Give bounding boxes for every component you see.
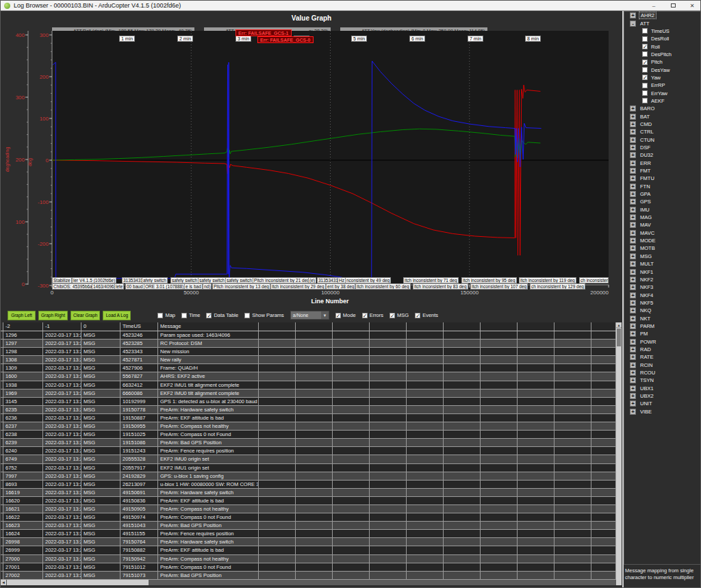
table-row[interactable]: 67522022-03-17 13:2...MSG20557917EKF2 IM…	[1, 464, 616, 472]
table-row[interactable]: 269982022-03-17 13:2...MSG79150764PreArm…	[1, 538, 616, 546]
checked-checkbox-icon[interactable]: ✓	[206, 313, 212, 318]
tree-field-pitch[interactable]: ✓Pitch	[624, 58, 701, 66]
tree-node-label[interactable]: ERR	[639, 160, 652, 166]
unchecked-checkbox-icon[interactable]	[642, 36, 648, 42]
collapse-icon[interactable]: -	[630, 21, 636, 27]
tree-node-label[interactable]: RCOU	[639, 370, 657, 376]
checkbox-errors[interactable]: ✓Errors	[362, 312, 383, 318]
tree-node-label[interactable]: MOTB	[639, 245, 657, 251]
tree-field-yaw[interactable]: ✓Yaw	[624, 74, 701, 81]
expand-icon[interactable]: +	[630, 105, 636, 112]
tree-node-label[interactable]: DU32	[639, 152, 654, 158]
table-row[interactable]: 12982022-03-17 13:2...MSG4523343New miss…	[1, 348, 616, 356]
tree-node-label[interactable]: NKF3	[639, 284, 654, 290]
tree-field-label[interactable]: Pitch	[650, 59, 664, 65]
chevron-down-icon[interactable]: ▼	[321, 311, 329, 319]
unchecked-checkbox-icon[interactable]	[642, 28, 648, 34]
checked-checkbox-icon[interactable]: ✓	[335, 313, 341, 318]
table-row[interactable]: 19382022-03-17 13:2...MSG6632412EKF2 IMU…	[1, 381, 616, 389]
graph-left-button[interactable]: Graph Left	[8, 311, 36, 320]
table-row[interactable]: 12972022-03-17 13:2...MSG4523285RC Proto…	[1, 340, 616, 348]
tree-node-nkt[interactable]: +NKT	[624, 314, 701, 322]
clear-graph-button[interactable]: Clear Graph	[71, 311, 100, 320]
unchecked-checkbox-icon[interactable]	[642, 90, 648, 96]
unchecked-checkbox-icon[interactable]	[642, 98, 648, 103]
tree-node-ctun[interactable]: +CTUN	[624, 136, 701, 144]
tree-node-bat[interactable]: +BAT	[624, 112, 701, 120]
expand-icon[interactable]: +	[630, 339, 636, 345]
tree-field-label[interactable]: ErrYaw	[650, 90, 669, 97]
expand-icon[interactable]: +	[630, 261, 636, 267]
tree-field-label[interactable]: DesYaw	[650, 67, 671, 73]
table-row[interactable]: 13092022-03-17 13:2...MSG4527906Frame: Q…	[1, 364, 616, 372]
tree-node-label[interactable]: NKF5	[639, 300, 654, 306]
expand-icon[interactable]: +	[630, 370, 636, 376]
table-row[interactable]: 62352022-03-17 13:2...MSG19150778PreArm:…	[1, 406, 616, 414]
tree-node-nkf1[interactable]: +NKF1	[624, 268, 701, 275]
tree-field-timeus[interactable]: TimeUS	[624, 27, 701, 35]
tree-node-msg[interactable]: +MSG	[624, 253, 701, 260]
tree-node-label[interactable]: MAVC	[639, 230, 656, 236]
tree-node-fmt[interactable]: +FMT	[624, 167, 701, 175]
table-row[interactable]: 270012022-03-17 13:2...MSG79151012PreArm…	[1, 563, 616, 572]
expand-icon[interactable]: +	[630, 323, 636, 329]
tree-node-mode[interactable]: +MODE	[624, 237, 701, 244]
tree-node-label[interactable]: NKF1	[639, 269, 654, 275]
scroll-up-arrow-icon[interactable]: ▲	[616, 322, 622, 328]
minimize-button[interactable]: –	[644, 1, 663, 11]
tree-node-label[interactable]: POWR	[639, 339, 657, 345]
table-row[interactable]: 62402022-03-17 13:2...MSG19151243PreArm:…	[1, 447, 616, 455]
checked-checkbox-icon[interactable]: ✓	[362, 313, 368, 318]
expand-icon[interactable]: +	[630, 253, 636, 259]
tree-field-erryaw[interactable]: ErrYaw	[624, 89, 701, 97]
tree-node-nkq[interactable]: +NKQ	[624, 307, 701, 314]
tree-node-motb[interactable]: +MOTB	[624, 244, 701, 252]
expand-icon[interactable]: +	[630, 168, 636, 174]
expand-icon[interactable]: +	[630, 183, 636, 190]
table-row[interactable]: 62372022-03-17 13:2...MSG19150955PreArm:…	[1, 422, 616, 431]
tree-field-label[interactable]: Roll	[650, 44, 661, 50]
tree-node-label[interactable]: CTRL	[639, 129, 655, 135]
table-row[interactable]: 270002022-03-17 13:2...MSG79150942PreArm…	[1, 555, 616, 563]
value-graph-plot[interactable]: 3002001000-100-200-300400300200100005000…	[1, 1, 622, 309]
expand-icon[interactable]: +	[630, 346, 636, 353]
tree-node-nkf4[interactable]: +NKF4	[624, 291, 701, 298]
tree-node-mult[interactable]: +MULT	[624, 260, 701, 268]
maximize-button[interactable]	[663, 1, 683, 11]
unchecked-checkbox-icon[interactable]	[642, 51, 648, 57]
table-row[interactable]: 166202022-03-17 13:2...MSG49150836PreArm…	[1, 497, 616, 505]
tree-node-mavc[interactable]: +MAVC	[624, 229, 701, 237]
tree-node-imu[interactable]: +IMU	[624, 206, 701, 214]
tree-field-desyaw[interactable]: DesYaw	[624, 66, 701, 73]
close-button[interactable]: ✕	[683, 1, 701, 11]
tree-field-aekf[interactable]: AEKF	[624, 97, 701, 105]
expand-icon[interactable]: +	[630, 230, 636, 236]
expand-icon[interactable]: +	[630, 222, 636, 228]
tree-node-label[interactable]: NKF2	[639, 277, 654, 283]
tree-field-label[interactable]: DesRoll	[650, 36, 670, 42]
tree-node-ftn[interactable]: +FTN	[624, 183, 701, 190]
expand-icon[interactable]: +	[630, 129, 636, 135]
tree-node-mag[interactable]: +MAG	[624, 214, 701, 221]
checked-checkbox-icon[interactable]: ✓	[642, 60, 648, 65]
tree-node-powr[interactable]: +POWR	[624, 337, 701, 345]
expand-icon[interactable]: +	[630, 316, 636, 322]
expand-icon[interactable]: +	[630, 307, 636, 314]
tree-node-label[interactable]: GPS	[639, 199, 652, 205]
checkbox-time[interactable]: Time	[181, 312, 200, 318]
table-row[interactable]: 269992022-03-17 13:2...MSG79150882PreArm…	[1, 546, 616, 554]
expand-icon[interactable]: +	[630, 400, 636, 407]
unchecked-checkbox-icon[interactable]	[244, 313, 250, 318]
unchecked-checkbox-icon[interactable]	[181, 313, 187, 318]
expand-icon[interactable]: +	[630, 238, 636, 244]
tree-node-pm[interactable]: +PM	[624, 330, 701, 337]
tree-node-att[interactable]: -ATT	[624, 19, 701, 27]
tree-node-label[interactable]: FMT	[639, 168, 652, 174]
checked-checkbox-icon[interactable]: ✓	[415, 313, 420, 318]
table-row[interactable]: 166222022-03-17 13:2...MSG49150974PreArm…	[1, 513, 616, 522]
tree-field-errrp[interactable]: ErrRP	[624, 81, 701, 89]
tree-node-fmtu[interactable]: +FMTU	[624, 175, 701, 182]
table-row[interactable]: 67492022-03-17 13:2...MSG20555328EKF2 IM…	[1, 455, 616, 463]
scroll-left-arrow-icon[interactable]: ◄	[1, 580, 6, 585]
tree-node-label[interactable]: RAD	[639, 346, 652, 353]
